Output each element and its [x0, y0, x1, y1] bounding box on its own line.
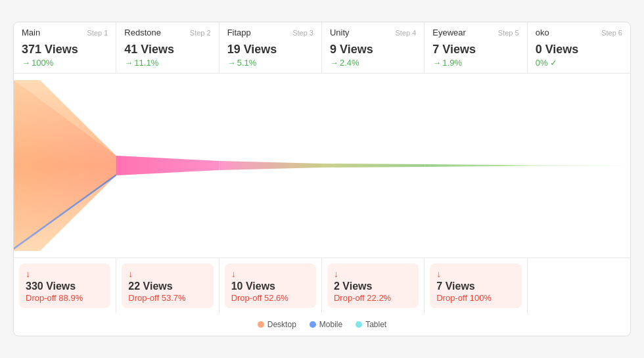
dropoff-grid: ↓ 330 Views Drop-off 88.9% ↓ 22 Views Dr…: [14, 257, 630, 313]
legend-item-mobile: Mobile: [310, 320, 342, 329]
col-header-4: Unity Step 4: [322, 22, 424, 40]
dropoff-views-1: 330 Views: [26, 280, 104, 292]
col-stats-5: 7 Views →1.9%: [425, 40, 526, 73]
views-count-2: 41 Views: [124, 43, 210, 56]
dropoff-icon-4: ↓: [334, 269, 412, 279]
dropoff-col-4: ↓ 2 Views Drop-off 22.2%: [322, 258, 425, 313]
funnel-col-3: Fitapp Step 3 19 Views →5.1%: [219, 22, 322, 73]
funnel-shape-2: [116, 156, 219, 175]
funnel-svg: [14, 74, 630, 257]
funnel-fill-1: [14, 80, 116, 251]
dropoff-views-3: 10 Views: [231, 280, 310, 292]
col-header-1: Main Step 1: [14, 22, 116, 40]
col-step-3: Step 3: [292, 29, 313, 37]
funnel-shape-3: [219, 161, 322, 170]
views-pct-3: →5.1%: [227, 58, 313, 68]
funnel-visualization: [14, 74, 630, 257]
views-pct-6: 0% ✓: [536, 58, 622, 68]
views-pct-4: →2.4%: [330, 58, 416, 68]
funnel-col-4: Unity Step 4 9 Views →2.4%: [322, 22, 425, 73]
mobile-dot: [310, 321, 316, 328]
tablet-dot: [356, 321, 362, 328]
funnel-col-1: Main Step 1 371 Views →100%: [14, 22, 116, 73]
views-count-4: 9 Views: [330, 43, 416, 56]
col-stats-1: 371 Views →100%: [14, 40, 116, 73]
views-pct-2: →11.1%: [124, 58, 210, 68]
views-count-6: 0 Views: [536, 43, 622, 56]
col-stats-2: 41 Views →11.1%: [116, 40, 218, 73]
views-pct-1: →100%: [22, 58, 108, 68]
dropoff-box-2: ↓ 22 Views Drop-off 53.7%: [122, 263, 213, 308]
dropoff-pct-5: Drop-off 100%: [436, 293, 515, 303]
col-stats-4: 9 Views →2.4%: [322, 40, 424, 73]
col-step-1: Step 1: [87, 29, 108, 37]
col-stats-6: 0 Views 0% ✓: [528, 40, 630, 73]
views-count-3: 19 Views: [227, 43, 313, 56]
dropoff-box-4: ↓ 2 Views Drop-off 22.2%: [327, 263, 419, 308]
dropoff-views-2: 22 Views: [128, 280, 206, 292]
pct-arrow-1: →: [22, 58, 30, 68]
views-pct-5: →1.9%: [432, 58, 518, 68]
stats-grid: Main Step 1 371 Views →100% Redstone Ste…: [14, 22, 630, 74]
dropoff-col-1: ↓ 330 Views Drop-off 88.9%: [14, 258, 116, 313]
desktop-dot: [258, 321, 264, 328]
dropoff-views-5: 7 Views: [436, 280, 515, 292]
views-count-1: 371 Views: [22, 43, 108, 56]
funnel-shape-5: [425, 164, 528, 167]
dropoff-col-3: ↓ 10 Views Drop-off 52.6%: [219, 258, 322, 313]
col-name-4: Unity: [330, 28, 350, 37]
dropoff-pct-2: Drop-off 53.7%: [128, 293, 206, 303]
desktop-label: Desktop: [267, 320, 296, 329]
col-name-3: Fitapp: [227, 28, 251, 37]
dropoff-icon-5: ↓: [436, 269, 515, 279]
dropoff-box-5: ↓ 7 Views Drop-off 100%: [430, 263, 521, 308]
views-count-5: 7 Views: [432, 43, 518, 56]
col-stats-3: 19 Views →5.1%: [219, 40, 321, 73]
tablet-label: Tablet: [365, 320, 386, 329]
dropoff-pct-4: Drop-off 22.2%: [334, 293, 412, 303]
dropoff-col-2: ↓ 22 Views Drop-off 53.7%: [116, 258, 219, 313]
col-name-1: Main: [22, 28, 40, 37]
dropoff-pct-1: Drop-off 88.9%: [26, 293, 104, 303]
col-name-2: Redstone: [124, 28, 161, 37]
dropoff-pct-3: Drop-off 52.6%: [231, 293, 310, 303]
funnel-shape-4: [322, 164, 425, 168]
dropoff-box-3: ↓ 10 Views Drop-off 52.6%: [225, 263, 316, 308]
col-step-2: Step 2: [190, 29, 211, 37]
col-name-6: oko: [536, 28, 549, 37]
col-header-5: Eyewear Step 5: [425, 22, 526, 40]
dropoff-icon-2: ↓: [128, 269, 206, 279]
dropoff-views-4: 2 Views: [334, 280, 412, 292]
col-step-5: Step 5: [498, 29, 519, 37]
col-header-3: Fitapp Step 3: [219, 22, 321, 40]
dropoff-icon-1: ↓: [26, 269, 104, 279]
legend-item-desktop: Desktop: [258, 320, 296, 329]
funnel-col-6: oko Step 6 0 Views 0% ✓: [528, 22, 630, 73]
funnel-col-5: Eyewear Step 5 7 Views →1.9%: [425, 22, 527, 73]
dropoff-col-6: [528, 258, 630, 313]
col-step-4: Step 4: [396, 29, 417, 37]
dropoff-col-5: ↓ 7 Views Drop-off 100%: [425, 258, 527, 313]
col-name-5: Eyewear: [432, 28, 466, 37]
funnel-shape-6: [528, 166, 630, 166]
col-step-6: Step 6: [601, 29, 622, 37]
funnel-chart: Main Step 1 371 Views →100% Redstone Ste…: [13, 22, 631, 336]
col-header-6: oko Step 6: [528, 22, 630, 40]
dropoff-icon-3: ↓: [231, 269, 310, 279]
col-header-2: Redstone Step 2: [116, 22, 218, 40]
funnel-col-2: Redstone Step 2 41 Views →11.1%: [116, 22, 219, 73]
mobile-label: Mobile: [319, 320, 342, 329]
dropoff-box-1: ↓ 330 Views Drop-off 88.9%: [19, 263, 110, 308]
chart-legend: Desktop Mobile Tablet: [14, 313, 630, 336]
legend-item-tablet: Tablet: [356, 320, 386, 329]
